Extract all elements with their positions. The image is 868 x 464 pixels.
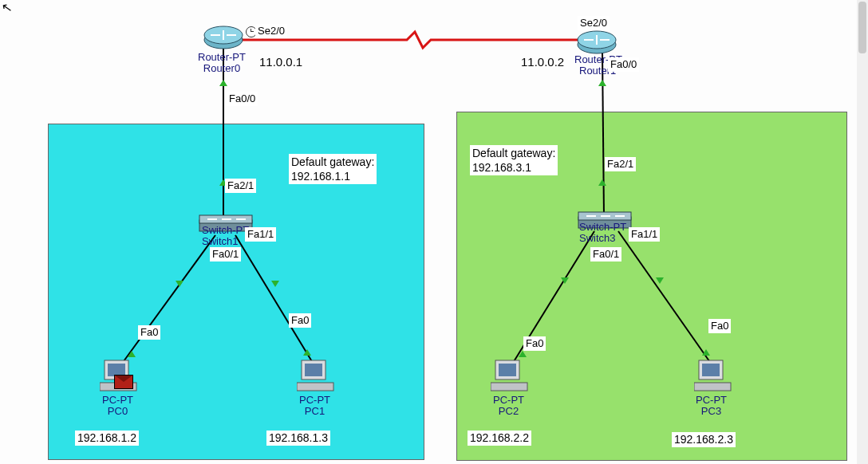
cursor-icon: ↖ [0, 0, 13, 16]
ip-label: 192.168.1.3 [266, 431, 330, 446]
pc-icon[interactable] [297, 359, 335, 394]
link-led-icon [598, 179, 606, 186]
ip-label: 11.0.0.2 [519, 54, 566, 70]
link-led-icon [598, 80, 606, 86]
svg-rect-37 [694, 383, 731, 391]
svg-rect-34 [491, 383, 527, 391]
device-caption: PC-PT PC2 [493, 395, 524, 418]
port-label: Fa0/0 [227, 92, 258, 106]
pc-icon[interactable] [694, 359, 732, 394]
scrollbar-thumb[interactable] [858, 2, 866, 53]
device-name: PC1 [305, 405, 325, 417]
router-icon[interactable] [203, 24, 244, 51]
link-led-icon [219, 80, 227, 86]
device-name: Router0 [203, 62, 240, 74]
device-name: PC3 [701, 405, 721, 417]
device-type: PC-PT [299, 394, 330, 406]
gateway-ip: 192.168.1.1 [291, 170, 350, 183]
gateway-ip: 192.168.3.1 [472, 161, 531, 174]
device-caption: PC-PT PC0 [102, 395, 133, 418]
ip-label: 192.168.2.2 [468, 431, 531, 446]
device-type: Switch-PT [202, 224, 249, 236]
device-caption: Switch-PT Switch1 [202, 225, 249, 248]
port-label: Fa2/1 [225, 179, 256, 193]
device-name: PC2 [499, 405, 519, 417]
gateway-label: Default gateway: [291, 155, 374, 168]
device-caption: PC-PT PC1 [299, 395, 330, 418]
link-led-icon [702, 349, 710, 356]
link-led-icon [519, 351, 527, 357]
ip-label: 192.168.1.2 [75, 431, 139, 446]
device-name: Switch3 [579, 232, 616, 244]
svg-rect-33 [499, 364, 516, 376]
port-label: Fa0/1 [210, 247, 241, 261]
topology-canvas[interactable]: ↖ [0, 0, 868, 464]
device-caption: PC-PT PC3 [696, 395, 727, 418]
device-type: PC-PT [102, 394, 133, 406]
device-type: PC-PT [493, 394, 524, 406]
link-led-icon [128, 351, 136, 357]
link-led-icon [176, 281, 183, 287]
gateway-note: Default gateway: 192.168.3.1 [470, 145, 558, 175]
gateway-label: Default gateway: [472, 147, 555, 159]
port-label: Se2/0 [578, 16, 610, 30]
port-label: Fa1/1 [629, 227, 660, 242]
port-label: Fa0/1 [590, 247, 621, 261]
svg-rect-30 [305, 364, 322, 376]
svg-rect-36 [702, 364, 720, 376]
vertical-scrollbar[interactable] [857, 0, 868, 464]
link-led-icon [303, 349, 311, 356]
port-label: Fa0 [708, 319, 731, 333]
port-label: Se2/0 [255, 24, 287, 38]
router-icon[interactable] [576, 29, 617, 56]
svg-rect-31 [297, 383, 333, 391]
device-type: PC-PT [696, 394, 727, 406]
port-label: Fa2/1 [605, 157, 636, 171]
gateway-note: Default gateway: 192.168.1.1 [289, 154, 377, 184]
link-led-icon [561, 277, 569, 284]
port-label: Fa0/0 [608, 57, 639, 72]
device-name: PC0 [108, 405, 128, 417]
link-led-icon [656, 277, 664, 284]
port-label: Fa0 [138, 325, 160, 340]
device-name: Switch1 [202, 235, 239, 247]
device-caption: Switch-PT Switch3 [579, 222, 626, 245]
pc-icon[interactable] [491, 359, 529, 394]
ip-label: 192.168.2.3 [672, 432, 736, 447]
device-type: Switch-PT [579, 221, 626, 233]
link-led-icon [271, 281, 279, 287]
packet-envelope-icon[interactable] [114, 375, 133, 389]
ip-label: 11.0.0.1 [257, 54, 305, 70]
port-label: Fa0 [289, 313, 311, 328]
device-type: Router-PT [198, 51, 246, 63]
port-label: Fa1/1 [245, 227, 276, 242]
device-caption: Router-PT Router0 [198, 52, 246, 75]
port-label: Fa0 [523, 336, 546, 351]
